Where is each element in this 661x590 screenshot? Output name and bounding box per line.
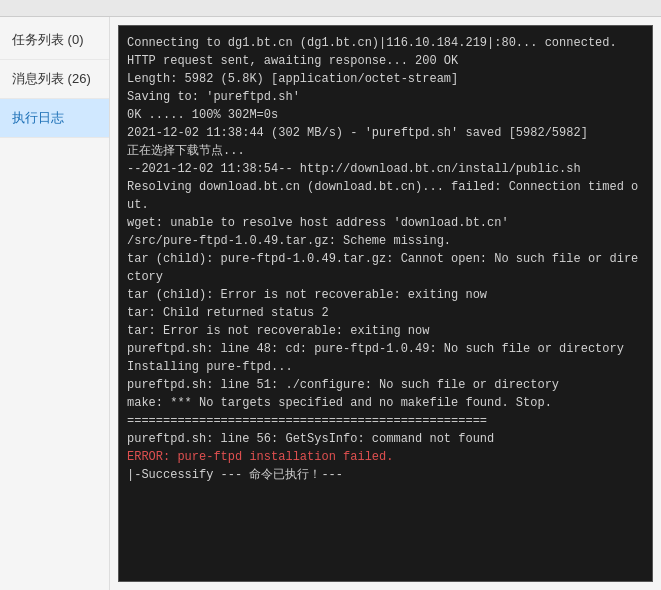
terminal-line-11: Resolving download.bt.cn (download.bt.cn… [127, 178, 644, 214]
sidebar-item-0[interactable]: 任务列表 (0) [0, 21, 109, 60]
sidebar-item-2[interactable]: 执行日志 [0, 99, 109, 138]
terminal-line-13: /src/pure-ftpd-1.0.49.tar.gz: Scheme mis… [127, 232, 644, 250]
terminal-output[interactable]: Connecting to dg1.bt.cn (dg1.bt.cn)|116.… [118, 25, 653, 582]
terminal-line-22: ========================================… [127, 412, 644, 430]
sidebar: 任务列表 (0)消息列表 (26)执行日志 [0, 17, 110, 590]
terminal-line-24: ERROR: pure-ftpd installation failed. [127, 448, 644, 466]
terminal-line-5: 0K ..... 100% 302M=0s [127, 106, 644, 124]
terminal-line-17: tar: Error is not recoverable: exiting n… [127, 322, 644, 340]
terminal-line-16: tar: Child returned status 2 [127, 304, 644, 322]
terminal-line-3: Saving to: 'pureftpd.sh' [127, 88, 644, 106]
terminal-line-1: HTTP request sent, awaiting response... … [127, 52, 644, 70]
terminal-line-23: pureftpd.sh: line 56: GetSysInfo: comman… [127, 430, 644, 448]
terminal-line-9: 正在选择下载节点... [127, 142, 644, 160]
terminal-line-15: tar (child): Error is not recoverable: e… [127, 286, 644, 304]
terminal-line-0: Connecting to dg1.bt.cn (dg1.bt.cn)|116.… [127, 34, 644, 52]
terminal-line-12: wget: unable to resolve host address 'do… [127, 214, 644, 232]
terminal-line-2: Length: 5982 (5.8K) [application/octet-s… [127, 70, 644, 88]
terminal-line-7: 2021-12-02 11:38:44 (302 MB/s) - 'pureft… [127, 124, 644, 142]
terminal-line-21: make: *** No targets specified and no ma… [127, 394, 644, 412]
terminal-line-14: tar (child): pure-ftpd-1.0.49.tar.gz: Ca… [127, 250, 644, 286]
content-area: Connecting to dg1.bt.cn (dg1.bt.cn)|116.… [110, 17, 661, 590]
main-container: 任务列表 (0)消息列表 (26)执行日志 Connecting to dg1.… [0, 17, 661, 590]
header-title [0, 0, 661, 17]
sidebar-item-1[interactable]: 消息列表 (26) [0, 60, 109, 99]
terminal-line-25: |-Successify --- 命令已执行！--- [127, 466, 644, 484]
terminal-line-18: pureftpd.sh: line 48: cd: pure-ftpd-1.0.… [127, 340, 644, 358]
terminal-line-19: Installing pure-ftpd... [127, 358, 644, 376]
terminal-line-10: --2021-12-02 11:38:54-- http://download.… [127, 160, 644, 178]
terminal-line-20: pureftpd.sh: line 51: ./configure: No su… [127, 376, 644, 394]
